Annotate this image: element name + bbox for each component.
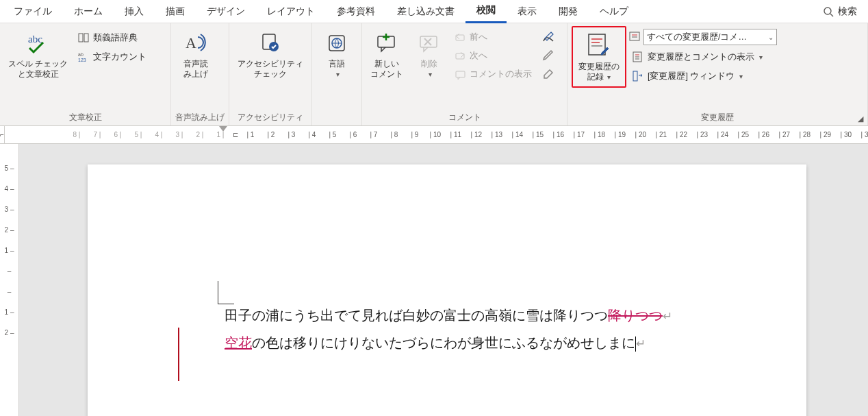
reviewpane-icon [632, 70, 644, 82]
document-page[interactable]: 田子の浦にうち出でて見れば白妙の富士の高嶺に雪は降りつつ降りつつ↵ 空花の色は移… [88, 164, 806, 416]
pen-icon[interactable] [541, 48, 555, 62]
svg-rect-21 [456, 71, 465, 77]
group-tracking: 変更履歴の 記録 ▾ すべての変更履歴/コメ… ⌄ 変更履歴とコメントの表示 ▾ [567, 23, 868, 125]
display-icon [629, 31, 641, 43]
prevcomment-button: 前へ [452, 30, 535, 45]
inserted-text: 空花 [225, 335, 252, 350]
readaloud-icon: A [183, 29, 209, 58]
svg-text:A: A [186, 34, 196, 51]
group-proofing: abc スペル チェック と文章校正 類義語辞典 ab123 文字カウント 文章… [0, 23, 171, 125]
tab-developer[interactable]: 開発 [548, 0, 589, 23]
eraser-icon[interactable] [541, 66, 555, 79]
spellcheck-icon: abc [25, 29, 51, 58]
document-body[interactable]: 田子の浦にうち出でて見れば白妙の富士の高嶺に雪は降りつつ降りつつ↵ 空花の色は移… [149, 302, 806, 356]
next-icon [455, 51, 466, 62]
accessibility-icon [257, 29, 283, 58]
deletecomment-icon [417, 29, 442, 58]
search-icon [823, 6, 834, 17]
newcomment-icon [374, 29, 399, 58]
tab-file[interactable]: ファイル [3, 0, 63, 23]
tab-references[interactable]: 参考資料 [326, 0, 386, 23]
group-label: 文章校正 [4, 110, 166, 125]
group-accessibility: アクセシビリティ チェック アクセシビリティ [229, 23, 312, 125]
group-comments: 新しい コメント 削除▾ 前へ 次へ コメントの表示 [362, 23, 567, 125]
chevron-down-icon: ▾ [336, 71, 340, 78]
showcomments-icon [455, 69, 466, 80]
spelling-button[interactable]: abc スペル チェック と文章校正 [4, 26, 72, 82]
pilcrow-icon: ↵ [636, 337, 646, 350]
nextcomment-button: 次へ [452, 49, 535, 63]
newcomment-button[interactable]: 新しい コメント [366, 26, 407, 82]
svg-line-1 [830, 14, 833, 16]
chevron-down-icon: ⌄ [768, 34, 774, 41]
svg-text:ab: ab [78, 52, 84, 57]
tab-layout[interactable]: レイアウト [256, 0, 326, 23]
thesaurus-button[interactable]: 類義語辞典 [75, 30, 149, 45]
horizontal-ruler[interactable]: ⌐ 8 |7 |6 |5 |4 |3 |2 |1 |⊏| 1| 2| 3| 4|… [0, 126, 868, 144]
svg-rect-26 [630, 32, 639, 40]
chevron-down-icon: ▾ [607, 73, 611, 81]
search-label: 検索 [838, 5, 857, 18]
ruler-corner: ⌐ [0, 126, 5, 143]
deleted-text: 降りつつ [608, 308, 663, 323]
trackchanges-icon [585, 32, 613, 60]
dialog-launcher[interactable]: ◢ [856, 114, 865, 123]
svg-rect-33 [633, 71, 637, 81]
deletecomment-button: 削除▾ [409, 26, 450, 82]
vertical-ruler[interactable]: 5 –4 –3 –2 –1 –––1 –2 – [0, 144, 19, 416]
doc-line-1[interactable]: 田子の浦にうち出でて見れば白妙の富士の高嶺に雪は降りつつ降りつつ↵ [225, 302, 806, 329]
display-for-review-combo[interactable]: すべての変更履歴/コメ… ⌄ [643, 29, 777, 45]
ribbon-tabs: ファイル ホーム 挿入 描画 デザイン レイアウト 参考資料 差し込み文書 校閲… [0, 0, 868, 23]
tab-design[interactable]: デザイン [196, 0, 256, 23]
tab-mailings[interactable]: 差し込み文書 [386, 0, 465, 23]
tab-draw[interactable]: 描画 [155, 0, 196, 23]
markup-icon [632, 51, 644, 63]
chevron-down-icon: ▾ [759, 53, 763, 61]
indent-marker-icon[interactable] [219, 126, 227, 132]
tab-home[interactable]: ホーム [63, 0, 114, 23]
prev-icon [455, 32, 466, 43]
wordcount-button[interactable]: ab123 文字カウント [75, 49, 149, 64]
group-language: 言語▾ [312, 23, 362, 125]
readaloud-button[interactable]: A 音声読 み上げ [175, 26, 216, 82]
tab-view[interactable]: 表示 [507, 0, 548, 23]
change-bar [178, 328, 179, 381]
group-speech: A 音声読 み上げ 音声読み上げ [171, 23, 229, 125]
reviewpane-button[interactable]: [変更履歴] ウィンドウ ▾ [629, 69, 777, 84]
tab-insert[interactable]: 挿入 [114, 0, 155, 23]
tab-help[interactable]: ヘルプ [589, 0, 639, 23]
svg-rect-3 [79, 34, 83, 42]
accessibility-button[interactable]: アクセシビリティ チェック [233, 26, 307, 82]
language-button[interactable]: 言語▾ [316, 26, 357, 82]
svg-text:123: 123 [78, 58, 86, 62]
doc-line-2[interactable]: 空花の色は移りにけりないたづらにわが身世にふるながめせしまに↵ [225, 329, 806, 356]
wordcount-icon: ab123 [77, 51, 90, 63]
svg-point-0 [824, 8, 831, 14]
showcomments-button: コメントの表示 [452, 67, 535, 82]
showmarkup-button[interactable]: 変更履歴とコメントの表示 ▾ [629, 49, 777, 64]
trackchanges-button[interactable]: 変更履歴の 記録 ▾ [572, 26, 626, 88]
svg-text:abc: abc [28, 34, 42, 45]
language-icon [325, 29, 348, 58]
paragraph-indent-mark [218, 281, 234, 304]
tab-review[interactable]: 校閲 [465, 0, 507, 23]
ink-icon[interactable] [541, 30, 555, 44]
svg-rect-4 [84, 34, 88, 42]
ribbon: abc スペル チェック と文章校正 類義語辞典 ab123 文字カウント 文章… [0, 23, 868, 126]
thesaurus-icon [77, 32, 90, 44]
pilcrow-icon: ↵ [663, 310, 672, 323]
search-box[interactable]: 検索 [815, 5, 865, 18]
chevron-down-icon: ▾ [739, 73, 743, 80]
